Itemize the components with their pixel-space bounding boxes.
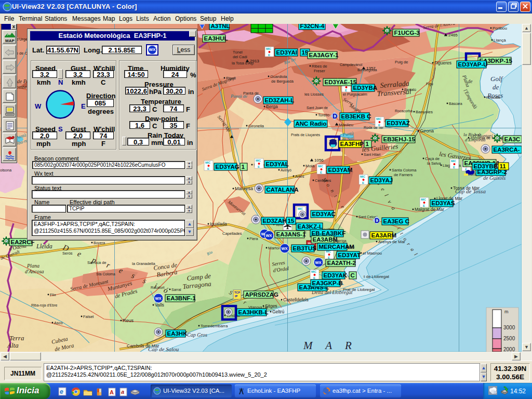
- svg-text:ED3ZAH: ED3ZAH: [263, 218, 287, 224]
- svg-text:1357: 1357: [366, 66, 376, 71]
- svg-text:EA3FHP: EA3FHP: [340, 141, 364, 147]
- svg-text:Sant Hilari: Sant Hilari: [364, 153, 381, 156]
- svg-text:Tossa de Mar: Tossa de Mar: [453, 185, 480, 191]
- svg-text:Alta: Alta: [7, 341, 19, 349]
- svg-text:Ripoll: Ripoll: [226, 76, 236, 81]
- svg-text:Capellades: Capellades: [222, 231, 242, 236]
- svg-text:E: E: [345, 89, 347, 92]
- svg-text:Manresa: Manresa: [235, 186, 253, 191]
- svg-text:E: E: [258, 165, 260, 168]
- svg-text:E: E: [207, 167, 209, 170]
- svg-text:Terra: Terra: [9, 334, 24, 342]
- svg-text:Igualada: Igualada: [210, 221, 227, 227]
- svg-text:de Farners: de Farners: [394, 172, 413, 177]
- svg-text:el Puigsacalm: el Puigsacalm: [343, 92, 367, 97]
- svg-text:ED3YAM: ED3YAM: [328, 167, 353, 173]
- svg-text:d'Ancosa: d'Ancosa: [25, 269, 44, 274]
- svg-text:Caçà de: Caçà de: [425, 156, 440, 161]
- svg-text:EA3RCA-: EA3RCA-: [494, 147, 520, 153]
- svg-text:ED3YAI: ED3YAI: [276, 49, 298, 56]
- svg-text:EA3AGY-1: EA3AGY-1: [309, 52, 339, 58]
- svg-text:l'Escala: l'Escala: [486, 95, 501, 100]
- svg-text:Prat de Llobregat: Prat de Llobregat: [343, 287, 375, 292]
- svg-text:ED3YAG: ED3YAG: [216, 164, 240, 170]
- svg-text:1: 1: [366, 141, 369, 147]
- svg-text:CATALANA: CATALANA: [267, 187, 299, 193]
- svg-text:EB-EA3BKF: EB-EA3BKF: [312, 230, 346, 236]
- svg-text:A3TNL: A3TNL: [211, 24, 230, 29]
- svg-text:Moià: Moià: [305, 164, 315, 168]
- svg-text:Puig de: Puig de: [395, 60, 408, 64]
- svg-text:ED3ZAH-L: ED3ZAH-L: [265, 97, 295, 103]
- svg-text:F32CN-4: F32CN-4: [300, 24, 325, 29]
- svg-text:1056: 1056: [314, 158, 324, 163]
- svg-text:MIC: MIC: [421, 198, 426, 201]
- svg-text:ED3YAZ: ED3YAZ: [387, 120, 410, 126]
- svg-text:Ascó: Ascó: [54, 321, 63, 325]
- svg-text:EA3HKB-L: EA3HKB-L: [238, 309, 269, 315]
- svg-text:2465: 2465: [448, 33, 458, 37]
- svg-text:E: E: [268, 54, 270, 57]
- svg-text:Sarroca de: Sarroca de: [87, 260, 107, 265]
- svg-text:Golf: Golf: [490, 75, 504, 83]
- svg-text:Reus: Reus: [123, 318, 134, 323]
- svg-text:les Llosses: les Llosses: [304, 92, 324, 97]
- svg-text:Manlleu: Manlleu: [339, 123, 353, 127]
- svg-text:D: D: [375, 217, 379, 224]
- svg-text:Sta Coloma: Sta Coloma: [96, 272, 115, 276]
- svg-text:D: D: [496, 137, 499, 140]
- svg-text:E: E: [362, 181, 364, 184]
- svg-text:Lleida: Lleida: [36, 243, 52, 250]
- svg-text:Falset: Falset: [83, 314, 94, 319]
- svg-text:EA3KZ-L: EA3KZ-L: [298, 223, 323, 230]
- svg-text:Torredembarra: Torredembarra: [201, 324, 228, 328]
- svg-text:Bàscara: Bàscara: [449, 102, 462, 105]
- svg-text:Banyoles: Banyoles: [416, 110, 433, 114]
- svg-text:la Granadella: la Granadella: [132, 261, 155, 266]
- svg-text:MIC: MIC: [451, 159, 456, 163]
- svg-text:e: e: [60, 388, 63, 395]
- svg-text:A: A: [110, 389, 114, 395]
- svg-text:Rocafort: Rocafort: [151, 286, 165, 289]
- svg-text:Cambrils de Mar: Cambrils de Mar: [127, 343, 159, 349]
- svg-text:Berga: Berga: [266, 104, 278, 109]
- svg-text:F1UCG-3: F1UCG-3: [394, 30, 420, 36]
- svg-text:Figueres: Figueres: [434, 60, 451, 65]
- svg-text:MIC: MIC: [205, 161, 210, 164]
- svg-text:C: C: [351, 272, 355, 278]
- svg-text:Llançà: Llançà: [494, 38, 506, 43]
- svg-text:el Masnou: el Masnou: [363, 251, 382, 256]
- svg-text:Portbou: Portbou: [493, 26, 507, 31]
- svg-text:Artés: Artés: [295, 174, 304, 179]
- svg-text:EA2ATH-2: EA2ATH-2: [327, 260, 356, 266]
- svg-text:Sant Joan de: Sant Joan de: [307, 106, 328, 110]
- svg-text:1: 1: [242, 164, 245, 170]
- svg-text:ED3YAL: ED3YAL: [266, 161, 289, 167]
- svg-text:ED3YBB: ED3YBB: [474, 163, 498, 169]
- svg-text:Flix: Flix: [50, 292, 56, 297]
- svg-text:Gironella: Gironella: [248, 124, 264, 128]
- svg-text:ED3YAC: ED3YAC: [312, 211, 336, 217]
- svg-text:Girona: Girona: [420, 128, 434, 134]
- svg-text:Geltrú: Geltrú: [272, 309, 284, 314]
- svg-text:de: de: [468, 78, 473, 84]
- svg-text:MIC: MIC: [298, 207, 303, 210]
- svg-text:Santa Coloma: Santa Coloma: [392, 168, 417, 172]
- svg-text:MIC: MIC: [266, 47, 271, 50]
- svg-text:D: D: [315, 79, 318, 83]
- svg-text:MIC: MIC: [360, 175, 365, 178]
- svg-text:MIC: MIC: [311, 270, 316, 273]
- svg-text:EA3ARM: EA3ARM: [371, 232, 397, 238]
- svg-text:D: D: [5, 240, 8, 243]
- svg-text:Seròs: Seròs: [62, 251, 73, 256]
- svg-text:Cap Gros: Cap Gros: [187, 332, 207, 338]
- svg-text:ED3YAS: ED3YAS: [432, 200, 455, 206]
- svg-text:EA3ABN: EA3ABN: [313, 236, 337, 243]
- svg-text:Valls: Valls: [155, 302, 164, 308]
- svg-text:Túnel: Túnel: [233, 50, 243, 55]
- svg-text:Castelldefels: Castelldefels: [283, 297, 309, 302]
- svg-text:EB3EHJ-15: EB3EHJ-15: [383, 136, 416, 142]
- svg-text:D: D: [374, 137, 377, 140]
- svg-text:de Berguedà: de Berguedà: [271, 79, 294, 84]
- svg-text:MIC: MIC: [256, 159, 261, 162]
